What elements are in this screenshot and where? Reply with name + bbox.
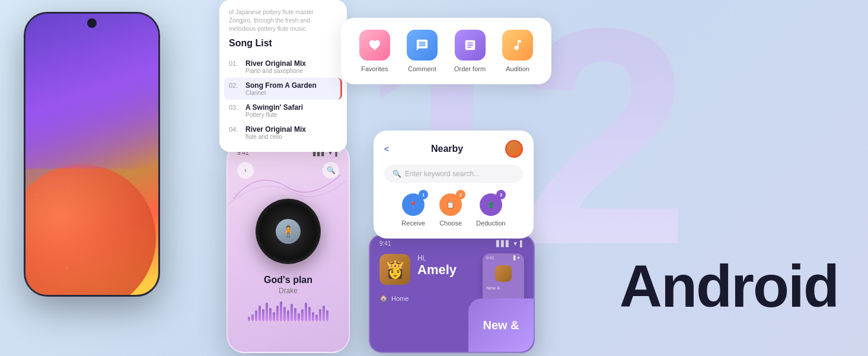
- song-list-title: Song List: [229, 38, 337, 49]
- mini-new-badge: New &: [486, 285, 521, 291]
- equalizer-bar: [323, 306, 325, 321]
- equalizer-bar: [276, 306, 279, 321]
- search-icon: 🔍: [392, 170, 401, 178]
- mini-icons: ▋▼: [513, 256, 521, 260]
- step-deduction[interactable]: 💲 3 Deduction: [476, 193, 506, 227]
- action-card: Favorites Comment Order form Audition: [341, 18, 551, 84]
- nearby-steps: 📍 1 Receive 📋 2 Choose 💲 3 Deduction: [384, 191, 523, 229]
- equalizer-bar: [269, 308, 272, 321]
- audition-icon: [502, 30, 533, 61]
- nearby-search-bar[interactable]: 🔍 Enter keyword search...: [384, 165, 523, 183]
- ball-texture: [25, 164, 156, 295]
- equalizer-bar: [262, 309, 264, 321]
- album-art: 🧍: [276, 219, 301, 244]
- step-label-receive: Receive: [401, 220, 425, 227]
- app-user-name: Amely: [417, 262, 457, 278]
- decorative-ball: [25, 164, 156, 295]
- nearby-user-avatar: [505, 140, 523, 158]
- action-favorites[interactable]: Favorites: [359, 30, 390, 72]
- home-label: Home: [391, 295, 409, 302]
- mini-time: 9:41: [486, 256, 494, 260]
- screen-gradient: [25, 14, 158, 169]
- song-item-4[interactable]: 04. River Original Mix flute and cello: [229, 122, 337, 144]
- nearby-title: Nearby: [431, 144, 463, 154]
- action-comment[interactable]: Comment: [407, 30, 438, 72]
- vinyl-center-image: 🧍: [276, 219, 301, 244]
- song-info-1: River Original Mix Piano and saxophone: [245, 59, 306, 74]
- equalizer-bar: [326, 310, 328, 321]
- step-num-3: 3: [496, 190, 506, 199]
- equalizer-bar: [301, 309, 304, 321]
- action-order-form[interactable]: Order form: [454, 30, 486, 72]
- step-num-1: 1: [419, 190, 428, 199]
- step-label-choose: Choose: [439, 220, 462, 227]
- song-num-3: 03.: [229, 103, 241, 111]
- equalizer-bar: [315, 314, 318, 321]
- favorites-label: Favorites: [361, 65, 388, 72]
- music-swirl: [228, 181, 349, 193]
- favorites-icon: [359, 30, 390, 61]
- vinyl-record: 🧍: [256, 199, 321, 264]
- comment-label: Comment: [408, 65, 436, 72]
- step-circle-receive: 📍 1: [402, 193, 425, 216]
- step-icon-receive: 📍: [409, 201, 417, 209]
- new-badge-text: New &: [478, 314, 524, 336]
- song-list-card: of Japanese pottery flute master Zongjir…: [219, 0, 347, 152]
- app-greeting-text: Hi,: [417, 254, 457, 262]
- order-form-icon: [455, 30, 486, 61]
- new-and-badge: New &: [468, 298, 534, 352]
- phone-screen: [25, 14, 158, 295]
- step-choose[interactable]: 📋 2 Choose: [439, 193, 462, 227]
- nearby-back-button[interactable]: <: [384, 144, 389, 154]
- equalizer-bar: [305, 303, 307, 321]
- action-audition[interactable]: Audition: [502, 30, 533, 72]
- song-item-1[interactable]: 01. River Original Mix Piano and saxopho…: [229, 56, 337, 78]
- music-title: God's plan: [228, 275, 349, 285]
- song-info-4: River Original Mix flute and cello: [245, 125, 306, 140]
- music-artist: Drake: [228, 287, 349, 295]
- main-phone-mockup: [24, 12, 160, 297]
- equalizer-bar: [298, 313, 300, 321]
- app-content: 👸 Hi, Amely 9:41 ▋▼ New &: [370, 249, 534, 290]
- equalizer-bar: [259, 306, 261, 321]
- music-equalizer: [228, 295, 349, 325]
- home-nav-item[interactable]: 🏠 Home: [379, 294, 409, 302]
- equalizer-bar: [283, 307, 286, 321]
- song-info-3: A Swingin' Safari Pottery flute: [245, 103, 303, 118]
- search-placeholder-text: Enter keyword search...: [405, 170, 480, 178]
- song-item-2[interactable]: 02. Song From A Garden Clarinet: [224, 78, 342, 100]
- nearby-card: < Nearby 🔍 Enter keyword search... 📍 1 R…: [374, 131, 534, 239]
- equalizer-bar: [287, 310, 289, 321]
- equalizer-bar: [312, 312, 314, 321]
- mini-avatar: [495, 265, 512, 282]
- app-user-avatar: 👸: [379, 254, 410, 285]
- step-receive[interactable]: 📍 1 Receive: [401, 193, 425, 227]
- step-label-deduction: Deduction: [476, 220, 506, 227]
- vinyl-area: 🧍: [228, 193, 349, 270]
- equalizer-bar: [280, 301, 282, 321]
- equalizer-bar: [291, 304, 293, 321]
- song-item-3[interactable]: 03. A Swingin' Safari Pottery flute: [229, 100, 337, 122]
- mini-content: New &: [483, 284, 524, 293]
- step-icon-choose: 📋: [446, 201, 455, 209]
- equalizer-bar: [273, 312, 275, 321]
- step-circle-deduction: 💲 3: [480, 193, 502, 216]
- equalizer-bar: [308, 307, 311, 321]
- audition-label: Audition: [506, 65, 529, 72]
- home-icon: 🏠: [379, 294, 388, 302]
- song-num-4: 04.: [229, 125, 241, 133]
- equalizer-bar: [248, 317, 250, 321]
- song-info-2: Song From A Garden Clarinet: [245, 81, 317, 96]
- equalizer-bar: [319, 309, 321, 321]
- step-circle-choose: 📋 2: [439, 193, 462, 216]
- app-status-icons: ▋▋▋ ▼ ▌: [496, 240, 524, 247]
- app-greeting-area: Hi, Amely: [417, 254, 457, 278]
- song-num-1: 01.: [229, 59, 241, 67]
- order-form-label: Order form: [454, 65, 486, 72]
- song-list-header-text: of Japanese pottery flute master Zongjir…: [229, 8, 337, 33]
- music-player-phone: 9:41 ▋▋▋ ▼ ▌ ‹ 🔍 🧍 God's plan Drake: [226, 142, 350, 353]
- song-num-2: 02.: [229, 81, 241, 89]
- equalizer-bar: [294, 308, 296, 321]
- equalizer-bar: [266, 303, 268, 321]
- equalizer-bar: [251, 314, 254, 321]
